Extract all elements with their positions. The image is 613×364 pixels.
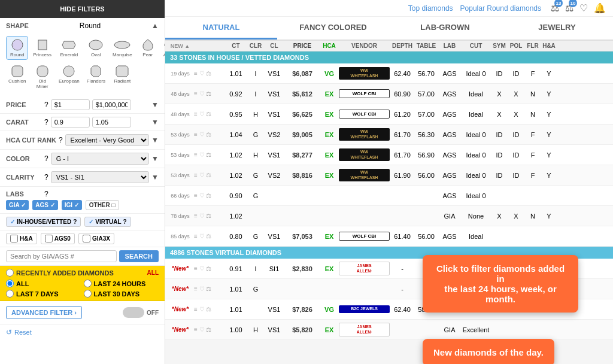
row-vendor[interactable]: WWWHITEFLASH (339, 67, 390, 80)
hca-info-icon[interactable]: ? (59, 136, 63, 144)
row-price[interactable]: $7,826 (285, 306, 320, 313)
lab-other-badge[interactable]: OTHER □ (86, 200, 119, 210)
table-row[interactable]: 19 days ≡ ♡ ⚖ 1.01 I VS1 $6,087 VG WWWHI… (165, 63, 613, 84)
price-info-icon[interactable]: ? (44, 101, 48, 109)
price-max-input[interactable] (92, 99, 131, 110)
in-house-info-icon[interactable]: ? (73, 219, 77, 225)
row-vendor[interactable]: WWWHITEFLASH (339, 128, 390, 141)
top-diamonds-link[interactable]: Top diamonds (408, 4, 453, 13)
recently-24h-option[interactable]: LAST 24 HOURS (84, 280, 159, 287)
clarity-collapse-icon[interactable]: ▼ (151, 173, 159, 181)
shape-collapse-icon[interactable]: ▲ (151, 22, 159, 30)
price-min-input[interactable] (51, 99, 90, 110)
row-vendor[interactable]: WOLF CBI (339, 232, 390, 241)
heart-button[interactable]: ♡ (579, 2, 588, 14)
row-price[interactable]: $6,087 (285, 70, 320, 77)
shape-emerald[interactable]: Emerald (56, 36, 82, 60)
row-vendor[interactable]: WWWHITEFLASH (339, 169, 390, 181)
shape-european[interactable]: European (56, 62, 82, 92)
row-price[interactable]: $5,612 (285, 90, 320, 98)
recently-7d-option[interactable]: LAST 7 DAYS (6, 290, 81, 298)
shape-oval[interactable]: Oval (84, 36, 108, 60)
carat-info-icon[interactable]: ? (44, 118, 48, 126)
clarity-select[interactable]: VS1 - SI1 (51, 171, 149, 183)
hca-cut-rank-select[interactable]: Excellent - Very Good (65, 134, 150, 146)
gia-ags-search-input[interactable] (6, 250, 117, 262)
table-row[interactable]: 66 days ≡ ♡ ⚖ 0.90 G AGS Ideal 0 (165, 186, 613, 206)
recently-added-radio[interactable] (6, 269, 14, 277)
table-row[interactable]: *New* ≡ ♡ ⚖ 1.01 G - - GIA Excellent X X… (165, 279, 613, 299)
hca-collapse-icon[interactable]: ▼ (151, 136, 159, 144)
ha-checkbox[interactable] (10, 235, 18, 242)
row-price[interactable]: $7,053 (285, 233, 320, 240)
color-info-icon[interactable]: ? (44, 154, 48, 163)
shape-cushion[interactable]: Cushion (6, 62, 28, 92)
shape-marquise[interactable]: Marquise (110, 36, 135, 60)
table-row[interactable]: *New* ≡ ♡ ⚖ 1.01 VS1 $7,826 VG B2C JEWEL… (165, 299, 613, 320)
hide-filters-button[interactable]: HIDE FILTERS (0, 0, 165, 18)
row-price[interactable]: $5,820 (285, 326, 320, 333)
row-vendor[interactable]: B2C JEWELS (339, 305, 390, 313)
tab-jewelry[interactable]: JEWELRY (501, 17, 613, 40)
row-vendor[interactable]: WOLF CBI (339, 89, 390, 99)
virtual-info-icon[interactable]: ? (123, 219, 127, 225)
compare-button[interactable]: ⚖ 13 (551, 2, 559, 14)
recently-all-link[interactable]: ALL (147, 269, 159, 276)
reset-row[interactable]: ↺ Reset (0, 324, 165, 340)
carat-max-input[interactable] (92, 117, 131, 128)
table-row[interactable]: 53 days ≡ ♡ ⚖ 1.02 H VS1 $8,277 EX WWWHI… (165, 145, 613, 165)
scale-button[interactable]: ⚖ 10 (565, 2, 573, 14)
row-vendor[interactable]: WWWHITEFLASH (339, 148, 390, 161)
row-price[interactable]: $8,277 (285, 151, 320, 159)
gia3x-checkbox[interactable] (83, 235, 90, 242)
lab-igi-badge[interactable]: IGI ✓ (62, 200, 82, 210)
row-price[interactable]: $2,830 (285, 265, 320, 272)
col-new-header[interactable]: NEW ▲ (168, 43, 193, 49)
recently-30d-option[interactable]: LAST 30 DAYS (84, 290, 159, 298)
recently-all-option[interactable]: ALL (6, 280, 81, 287)
labs-info-icon[interactable]: ? (44, 190, 48, 198)
table-row[interactable]: 78 days ≡ ♡ ⚖ 1.02 GIA None X X N Y (165, 206, 613, 226)
row-price[interactable]: $6,625 (285, 111, 320, 118)
row-price[interactable]: $9,005 (285, 131, 320, 138)
clarity-info-icon[interactable]: ? (44, 173, 48, 181)
in-house-vetted-badge[interactable]: ✓ IN-HOUSE/VETTED ? (6, 217, 81, 227)
shape-round[interactable]: Round (6, 36, 28, 60)
popular-round-link[interactable]: Popular Round diamonds (460, 4, 541, 13)
search-button[interactable]: SEARCH (119, 250, 159, 262)
tab-lab-grown[interactable]: LAB-GROWN (389, 17, 501, 40)
table-row[interactable]: 53 days ≡ ♡ ⚖ 1.04 G VS2 $9,005 EX WWWHI… (165, 125, 613, 145)
table-row[interactable]: 48 days ≡ ♡ ⚖ 0.95 H VS1 $6,625 EX WOLF … (165, 104, 613, 125)
table-row[interactable]: *New* ≡ ♡ ⚖ 1.00 H VS1 $5,820 EX JAMESAL… (165, 320, 613, 340)
shape-princess[interactable]: Princess (31, 36, 54, 60)
ha-badge[interactable]: H&A (6, 233, 37, 244)
gia3x-badge[interactable]: GIA3X (78, 233, 114, 244)
ags0-checkbox[interactable] (45, 235, 53, 242)
lab-ags-badge[interactable]: AGS ✓ (32, 200, 57, 210)
tab-natural[interactable]: NATURAL (165, 17, 277, 40)
ags0-badge[interactable]: AGS0 (41, 233, 75, 244)
carat-collapse-icon[interactable]: ▼ (151, 118, 159, 126)
tab-fancy-colored[interactable]: FANCY COLORED (277, 17, 389, 40)
row-vendor[interactable]: JAMESALLEN· (339, 262, 390, 275)
shape-oldminer[interactable]: Old Miner (31, 62, 54, 92)
virtual-badge[interactable]: ✓ VIRTUAL ? (84, 217, 131, 227)
shape-radiant[interactable]: Radiant (110, 62, 135, 92)
color-select[interactable]: G - I (51, 153, 149, 165)
row-vendor[interactable]: WOLF CBI (339, 110, 390, 119)
price-collapse-icon[interactable]: ▼ (151, 101, 159, 109)
table-row[interactable]: 48 days ≡ ♡ ⚖ 0.92 I VS1 $5,612 EX WOLF … (165, 84, 613, 104)
row-vendor[interactable]: JAMESALLEN· (339, 323, 390, 336)
color-collapse-icon[interactable]: ▼ (151, 154, 159, 163)
advanced-filter-button[interactable]: ADVANCED FILTER › (6, 306, 82, 319)
bell-button[interactable]: 🔔 (594, 2, 606, 14)
table-row[interactable]: 85 days ≡ ♡ ⚖ 0.80 G VS1 $7,053 EX WOLF … (165, 226, 613, 247)
shape-asscher[interactable]: Asscher (161, 36, 165, 60)
carat-min-input[interactable] (51, 117, 90, 128)
advanced-toggle[interactable] (123, 307, 144, 318)
table-row[interactable]: *New* ≡ ♡ ⚖ 0.91 I SI1 $2,830 EX JAMESAL… (165, 259, 613, 279)
shape-flanders[interactable]: Flanders (84, 62, 108, 92)
row-price[interactable]: $8,816 (285, 172, 320, 179)
shape-pear[interactable]: Pear (137, 36, 159, 60)
lab-gia-badge[interactable]: GIA ✓ (6, 200, 29, 210)
